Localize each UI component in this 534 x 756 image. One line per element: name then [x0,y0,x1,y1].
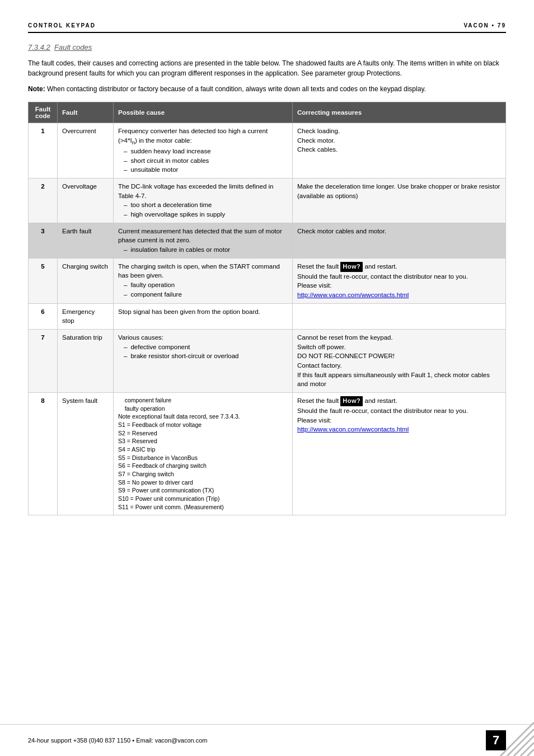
fault-code-cell: 2 [29,178,58,223]
table-row: 6 Emergency stop Stop signal has been gi… [29,303,506,329]
correcting-measures-cell: Check motor cables and motor. [293,223,506,258]
possible-cause-cell: Current measurement has detected that th… [114,223,293,258]
section-title: 7.3.4.2 Fault codes [28,43,506,51]
section-number: 7.3.4.2 [28,43,50,51]
correcting-measures-cell: Reset the fault How? and restart. Should… [293,392,506,515]
correcting-measures-cell: Make the deceleration time longer. Use b… [293,178,506,223]
page-footer: 24-hour support +358 (0)40 837 1150 • Em… [0,724,534,756]
col-header-possible-cause: Possible cause [114,102,293,123]
cause-item: high overvoltage spikes in supply [124,210,288,219]
possible-cause-cell: The DC-link voltage has exceeded the lim… [114,178,293,223]
possible-cause-cell: Frequency converter has detected too hig… [114,123,293,179]
fault-code-cell: 6 [29,303,58,329]
url-link: http://www.vacon.com/wwcontacts.html [297,426,409,433]
cause-item: short circuit in motor cables [124,156,288,166]
cause-item: defective component [124,342,288,352]
how-badge: How? [340,396,363,406]
fault-codes-table: Faultcode Fault Possible cause Correctin… [28,102,506,515]
how-badge: How? [340,262,363,272]
fault-name-cell: System fault [58,392,114,515]
table-row: 8 System fault component failure faulty … [29,392,506,515]
correcting-measures-cell [293,303,506,329]
svg-line-1 [507,729,534,756]
col-header-correcting-measures: Correcting measures [293,102,506,123]
intro-paragraph-2: Note: When contacting distributor or fac… [28,84,506,94]
svg-line-3 [521,743,534,756]
page-content: CONTROL KEYPAD VACON • 79 7.3.4.2 Fault … [0,0,534,560]
url-link: http://www.vacon.com/wwcontacts.html [297,292,409,298]
cause-item: insulation failure in cables or motor [124,245,288,255]
fault-name-cell: Overvoltage [58,178,114,223]
header-left-label: CONTROL KEYPAD [28,22,96,29]
fault-name-cell: Earth fault [58,223,114,258]
cause-item: sudden heavy load increase [124,147,288,156]
table-row: 2 Overvoltage The DC-link voltage has ex… [29,178,506,223]
possible-cause-cell: Various causes: defective component brak… [114,329,293,392]
col-header-fault-code: Faultcode [29,102,58,123]
table-row: 5 Charging switch The charging switch is… [29,258,506,303]
correcting-measures-cell: Reset the fault How? and restart. Should… [293,258,506,303]
fault-name-cell: Charging switch [58,258,114,303]
fault-code-cell: 1 [29,123,58,179]
cause-item: unsuitable motor [124,165,288,175]
cause-item: brake resistor short-circuit or overload [124,351,288,361]
correcting-measures-cell: Check loading.Check motor.Check cables. [293,123,506,179]
intro-paragraph-1: The fault codes, their causes and correc… [28,58,506,78]
corner-decoration [489,711,534,756]
corner-svg [489,711,534,756]
col-header-fault: Fault [58,102,114,123]
fault-code-cell: 7 [29,329,58,392]
correcting-measures-cell: Cannot be reset from the keypad. Switch … [293,329,506,392]
section-title-text: Fault codes [54,43,92,51]
cause-item: too short a deceleration time [124,200,288,210]
footer-support-text: 24-hour support +358 (0)40 837 1150 • Em… [28,737,207,744]
fault-name-cell: Saturation trip [58,329,114,392]
possible-cause-cell: component failure faulty operation Note … [114,392,293,515]
svg-line-0 [500,722,534,756]
cause-item: component failure [124,290,288,299]
possible-cause-cell: The charging switch is open, when the ST… [114,258,293,303]
table-row: 1 Overcurrent Frequency converter has de… [29,123,506,179]
cause-item: faulty operation [124,280,288,290]
fault-code-cell: 5 [29,258,58,303]
table-row: 3 Earth fault Current measurement has de… [29,223,506,258]
fault-code-cell: 8 [29,392,58,515]
fault-name-cell: Emergency stop [58,303,114,329]
header-right-label: VACON • 79 [463,22,506,29]
table-header-row: Faultcode Fault Possible cause Correctin… [29,102,506,123]
possible-cause-cell: Stop signal has been given from the opti… [114,303,293,329]
svg-line-4 [527,749,534,756]
page-header: CONTROL KEYPAD VACON • 79 [28,22,506,33]
fault-name-cell: Overcurrent [58,123,114,179]
fault-code-cell: 3 [29,223,58,258]
table-row: 7 Saturation trip Various causes: defect… [29,329,506,392]
